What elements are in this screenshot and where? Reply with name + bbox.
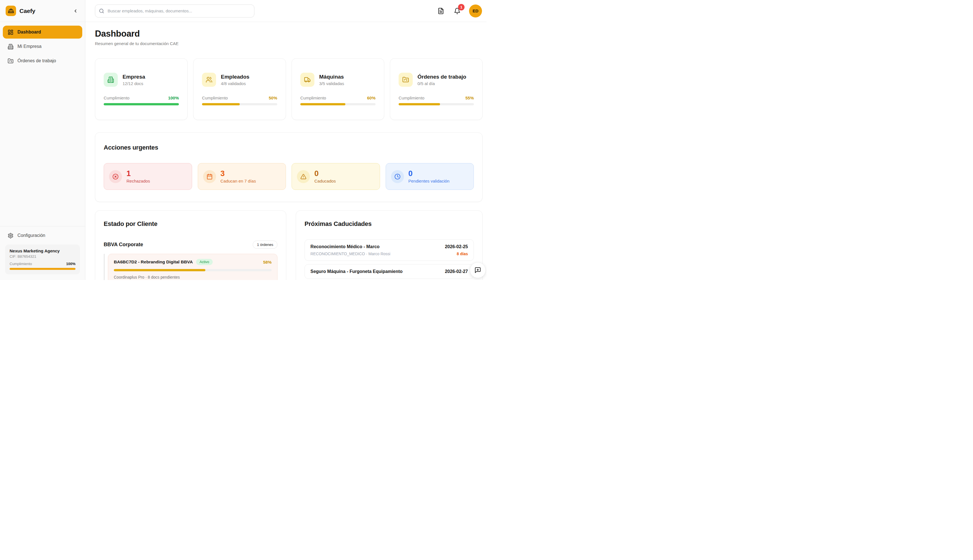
work-order-meta: Coordinaplus Pro · 8 docs pendientes <box>114 275 272 280</box>
company-progress-bar <box>10 268 75 270</box>
sidebar-item-configuracion[interactable]: Configuración <box>3 229 82 242</box>
work-order-title: BA6BC7D2 - Rebranding Digital BBVA <box>114 260 193 265</box>
sidebar-nav: Dashboard Mi Empresa Órdenes de trabajo <box>0 22 85 226</box>
stat-card-empresa: Empresa 12/12 docs Cumplimiento 100% <box>95 58 188 120</box>
work-order-percent: 58% <box>263 260 272 265</box>
urgent-count: 1 <box>127 170 150 178</box>
sidebar-header: Caefy <box>0 0 85 22</box>
layout-dashboard-icon <box>8 29 13 35</box>
stat-compliance-label: Cumplimiento <box>300 95 326 100</box>
urgent-tile-rechazados[interactable]: 1 Rechazados <box>104 163 192 190</box>
search-icon <box>99 8 104 13</box>
page-content: Dashboard Resumen general de tu document… <box>85 22 486 280</box>
file-text-icon <box>438 8 444 14</box>
bottom-row: Estado por Cliente BBVA Corporate 1 órde… <box>95 210 483 280</box>
brand-name: Caefy <box>20 8 35 14</box>
sidebar-item-mi-empresa[interactable]: Mi Empresa <box>3 40 82 53</box>
stat-compliance-label: Cumplimiento <box>398 95 425 100</box>
message-plus-icon <box>475 267 481 273</box>
expiration-item[interactable]: Reconocimiento Médico - Marco RECONOCIMI… <box>305 240 474 261</box>
expiration-meta: RECONOCIMIENTO_MEDICO · Marco Rossi <box>310 252 390 256</box>
urgent-tile-pendientes-validacion[interactable]: 0 Pendientes validación <box>386 163 474 190</box>
expiration-title: Seguro Máquina - Furgoneta Equipamiento <box>310 269 403 274</box>
urgent-label: Pendientes validación <box>408 178 450 183</box>
building-icon <box>107 76 114 83</box>
stat-subtitle: 4/8 validados <box>221 81 249 86</box>
stat-compliance-value: 100% <box>168 95 179 100</box>
building-icon <box>8 44 13 50</box>
stat-compliance-value: 55% <box>465 95 474 100</box>
stat-card-ordenes: Órdenes de trabajo 0/5 al día Cumplimien… <box>390 58 483 120</box>
chevron-left-icon <box>73 8 78 13</box>
expirations-list: Reconocimiento Médico - Marco RECONOCIMI… <box>305 240 474 279</box>
client-group-header: BBVA Corporate 1 órdenes <box>104 240 277 249</box>
sidebar-footer: Configuración Nexus Marketing Agency CIF… <box>0 226 85 280</box>
urgent-label: Caducan en 7 días <box>221 178 256 183</box>
expiration-date: 2026-02-25 <box>445 244 468 249</box>
stat-progress-bar <box>300 103 375 105</box>
user-avatar[interactable]: ED <box>469 5 482 17</box>
orders-list: BA6BC7D2 - Rebranding Digital BBVA Activ… <box>104 254 277 280</box>
stat-title: Máquinas <box>319 74 344 80</box>
urgent-label: Caducados <box>314 178 336 183</box>
gear-icon <box>8 233 13 238</box>
folder-kanban-icon <box>8 58 13 64</box>
stat-progress-bar <box>104 103 179 105</box>
sidebar: Caefy Dashboard Mi Empresa <box>0 0 85 280</box>
company-card: Nexus Marketing Agency CIF: B87654321 Cu… <box>5 245 80 274</box>
client-name: BBVA Corporate <box>104 242 143 248</box>
documents-button[interactable] <box>437 7 445 15</box>
sidebar-item-label: Dashboard <box>17 30 41 35</box>
folder-kanban-icon <box>402 76 409 83</box>
upcoming-expirations-panel: Próximas Caducidades Reconocimiento Médi… <box>296 210 483 280</box>
stat-subtitle: 0/5 al día <box>418 81 466 86</box>
hard-hat-icon <box>8 8 14 14</box>
chat-fab-button[interactable] <box>470 262 486 278</box>
stat-title: Empresa <box>123 74 145 80</box>
expiration-item[interactable]: Seguro Máquina - Furgoneta Equipamiento … <box>305 264 474 279</box>
stat-progress-bar <box>398 103 474 105</box>
sidebar-collapse-button[interactable] <box>72 7 80 15</box>
users-icon <box>206 76 212 83</box>
stat-compliance-value: 50% <box>269 95 277 100</box>
app-window: Caefy Dashboard Mi Empresa <box>0 0 486 280</box>
page-subtitle: Resumen general de tu documentación CAE <box>95 41 483 46</box>
circle-x-icon <box>109 170 122 183</box>
urgent-count: 0 <box>314 170 336 178</box>
work-order-card[interactable]: BA6BC7D2 - Rebranding Digital BBVA Activ… <box>108 254 277 280</box>
stat-progress-bar <box>202 103 277 105</box>
sidebar-item-label: Configuración <box>17 233 45 238</box>
sidebar-item-dashboard[interactable]: Dashboard <box>3 26 82 38</box>
client-status-panel: Estado por Cliente BBVA Corporate 1 órde… <box>95 210 286 280</box>
search-input[interactable] <box>95 5 254 17</box>
sidebar-item-ordenes-de-trabajo[interactable]: Órdenes de trabajo <box>3 54 82 67</box>
work-order-progress-bar <box>114 269 272 271</box>
stats-row: Empresa 12/12 docs Cumplimiento 100% <box>95 58 483 120</box>
urgent-tile-caducados[interactable]: 0 Caducados <box>292 163 380 190</box>
urgent-count: 0 <box>408 170 450 178</box>
compliance-label: Cumplimiento <box>10 262 32 266</box>
orders-count-badge: 1 órdenes <box>253 240 277 249</box>
urgent-label: Rechazados <box>127 178 150 183</box>
client-status-title: Estado por Cliente <box>104 220 277 228</box>
stat-compliance-label: Cumplimiento <box>104 95 130 100</box>
clock-icon <box>391 170 404 183</box>
urgent-tile-caducan-7-dias[interactable]: 3 Caducan en 7 días <box>198 163 286 190</box>
stat-card-empleados: Empleados 4/8 validados Cumplimiento 50% <box>193 58 286 120</box>
sidebar-item-label: Mi Empresa <box>17 44 42 49</box>
notification-badge: 1 <box>458 4 465 10</box>
stat-title: Empleados <box>221 74 249 80</box>
notifications-button[interactable]: 1 <box>453 7 462 15</box>
stat-subtitle: 12/12 docs <box>123 81 145 86</box>
status-badge: Activo <box>196 259 212 265</box>
page-title: Dashboard <box>95 29 483 39</box>
urgent-actions-panel: Acciones urgentes 1 Rechazados <box>95 132 483 202</box>
company-cif: CIF: B87654321 <box>10 254 75 258</box>
stat-card-maquinas: Máquinas 3/5 validadas Cumplimiento 60% <box>292 58 384 120</box>
urgent-actions-title: Acciones urgentes <box>104 144 474 151</box>
calendar-icon <box>203 170 216 183</box>
company-name: Nexus Marketing Agency <box>10 248 75 253</box>
topbar: 1 ED <box>85 0 486 22</box>
caefy-logo <box>6 6 16 16</box>
stat-compliance-label: Cumplimiento <box>202 95 228 100</box>
